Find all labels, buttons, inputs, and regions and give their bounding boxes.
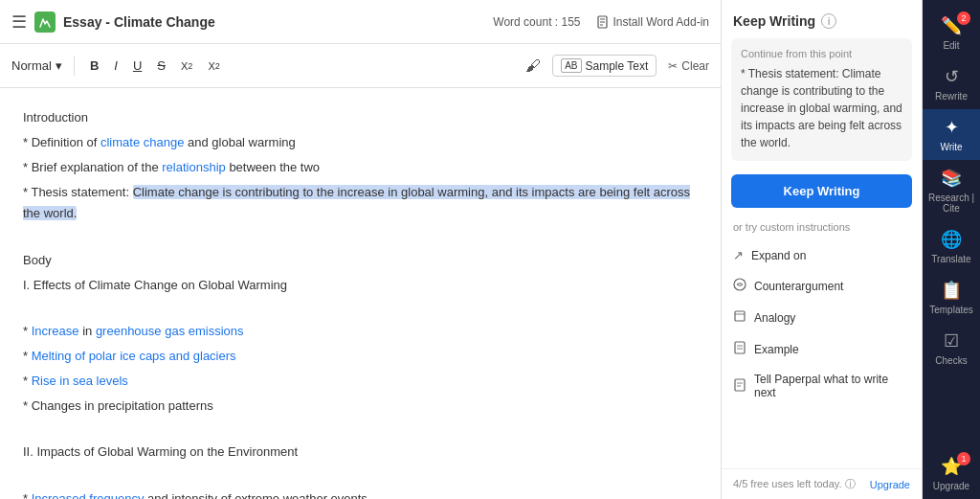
write-label: Write xyxy=(940,142,962,152)
top-bar-right: Word count : 155 Install Word Add-in xyxy=(493,15,709,29)
write-icon: ✦ xyxy=(945,117,959,138)
paint-icon[interactable]: 🖌 xyxy=(525,57,541,75)
nav-item-translate[interactable]: 🌐 Translate xyxy=(923,221,980,272)
link-increase[interactable]: Increase xyxy=(32,324,79,338)
link-greenhouse[interactable]: greenhouse gas emissions xyxy=(96,324,244,338)
templates-icon: 📋 xyxy=(941,280,962,301)
svg-rect-10 xyxy=(735,379,745,391)
body-heading: Body xyxy=(23,250,698,271)
info-icon[interactable]: i xyxy=(821,13,836,29)
panel-title: Keep Writing xyxy=(733,13,815,29)
analogy-label: Analogy xyxy=(754,311,795,325)
rewrite-icon: ↺ xyxy=(945,66,959,87)
superscript-button[interactable]: X2 xyxy=(177,58,196,74)
tell-paperpal-item[interactable]: Tell Paperpal what to write next xyxy=(722,365,922,407)
example-icon xyxy=(733,341,746,357)
bold-button[interactable]: B xyxy=(86,57,102,75)
counterargument-item[interactable]: Counterargument xyxy=(722,270,922,302)
link-increased[interactable]: Increased frequency xyxy=(32,491,145,500)
italic-button[interactable]: I xyxy=(110,57,122,75)
bullet4: * Changes in precipitation patterns xyxy=(23,396,698,417)
rewrite-label: Rewrite xyxy=(935,91,968,102)
upgrade-label: Upgrade xyxy=(933,481,969,491)
templates-label: Templates xyxy=(929,305,973,315)
doc-title: Essay - Climate Change xyxy=(63,14,215,30)
uses-left: 4/5 free uses left today. ⓘ xyxy=(733,477,856,491)
example-item[interactable]: Example xyxy=(722,333,922,365)
continue-box: Continue from this point * Thesis statem… xyxy=(731,38,912,161)
translate-label: Translate xyxy=(931,254,970,264)
sample-text-button[interactable]: AB Sample Text xyxy=(552,55,657,77)
clear-button[interactable]: ✂ Clear xyxy=(668,59,709,73)
intro-heading: Introduction xyxy=(23,107,698,128)
svg-point-4 xyxy=(734,279,746,290)
research-icon: 📚 xyxy=(941,168,962,189)
continue-label: Continue from this point xyxy=(741,48,902,59)
bullet5: * Increased frequency and intensity of e… xyxy=(23,488,698,500)
example-label: Example xyxy=(754,343,799,356)
line1: * Definition of climate change and globa… xyxy=(23,132,698,153)
keep-writing-button[interactable]: Keep Writing xyxy=(731,174,912,208)
style-select[interactable]: Normal ▾ xyxy=(11,58,62,73)
link-climate[interactable]: climate change xyxy=(100,135,184,149)
analogy-icon xyxy=(733,309,746,326)
panel-header: Keep Writing i xyxy=(722,0,922,38)
section2: II. Impacts of Global Warming on the Env… xyxy=(23,442,698,463)
analogy-item[interactable]: Analogy xyxy=(722,302,922,333)
link-rise[interactable]: Rise in sea levels xyxy=(32,374,128,388)
line2: * Brief explanation of the relationship … xyxy=(23,157,698,178)
right-nav: 2 ✏️ Edit ↺ Rewrite ✦ Write 📚 Research |… xyxy=(923,0,980,499)
counterargument-label: Counterargument xyxy=(754,280,843,293)
link-relationship[interactable]: relationship xyxy=(162,160,226,174)
tell-paperpal-icon xyxy=(733,378,746,395)
keep-writing-panel: Keep Writing i Continue from this point … xyxy=(722,0,923,499)
scissors-icon: ✂ xyxy=(668,59,678,73)
custom-instructions-label: or try custom instructions xyxy=(722,217,922,240)
upgrade-badge: 1 xyxy=(957,452,970,465)
underline-button[interactable]: U xyxy=(129,57,145,75)
nav-item-edit[interactable]: 2 ✏️ Edit xyxy=(923,8,980,58)
nav-item-templates[interactable]: 📋 Templates xyxy=(923,272,980,323)
upgrade-link[interactable]: Upgrade xyxy=(870,479,910,490)
svg-rect-7 xyxy=(735,342,745,353)
logo xyxy=(34,11,56,33)
expand-on-label: Expand on xyxy=(751,249,806,262)
chevron-down-icon: ▾ xyxy=(56,58,62,73)
edit-badge: 2 xyxy=(957,11,970,25)
bullet2: * Melting of polar ice caps and glaciers xyxy=(23,346,698,367)
menu-icon[interactable]: ☰ xyxy=(11,11,27,33)
research-label: Research | Cite xyxy=(926,193,976,214)
link-melting[interactable]: Melting of polar ice caps and glaciers xyxy=(32,349,236,363)
nav-item-research[interactable]: 📚 Research | Cite xyxy=(923,160,980,221)
bullet1: * Increase in greenhouse gas emissions xyxy=(23,321,698,342)
checks-icon: ☑ xyxy=(944,330,959,352)
nav-item-rewrite[interactable]: ↺ Rewrite xyxy=(923,58,980,109)
highlighted-text: Climate change is contributing to the in… xyxy=(23,185,690,220)
expand-icon: ↗ xyxy=(733,248,744,262)
formatting-toolbar: Normal ▾ B I U S X2 X2 🖌 AB Sample Text … xyxy=(0,44,721,88)
section1: I. Effects of Climate Change on Global W… xyxy=(23,275,698,296)
editor-content[interactable]: Introduction * Definition of climate cha… xyxy=(0,88,721,499)
svg-rect-5 xyxy=(735,311,745,321)
nav-item-upgrade[interactable]: 1 ⭐ Upgrade xyxy=(923,448,980,499)
expand-on-item[interactable]: ↗ Expand on xyxy=(722,240,922,270)
checks-label: Checks xyxy=(935,355,967,366)
edit-label: Edit xyxy=(943,40,959,51)
strikethrough-button[interactable]: S xyxy=(153,57,169,75)
tell-paperpal-label: Tell Paperpal what to write next xyxy=(754,373,910,399)
divider xyxy=(74,57,75,76)
install-addon[interactable]: Install Word Add-in xyxy=(596,15,710,29)
subscript-button[interactable]: X2 xyxy=(204,58,223,74)
nav-item-checks[interactable]: ☑ Checks xyxy=(923,323,980,374)
top-bar: ☰ Essay - Climate Change Word count : 15… xyxy=(0,0,721,44)
ab-icon: AB xyxy=(561,58,581,73)
bullet3: * Rise in sea levels xyxy=(23,371,698,392)
translate-icon: 🌐 xyxy=(941,229,962,250)
line3: * Thesis statement: Climate change is co… xyxy=(23,182,698,224)
toolbar-right: 🖌 AB Sample Text ✂ Clear xyxy=(525,55,709,77)
counterargument-icon xyxy=(733,278,746,294)
nav-item-write[interactable]: ✦ Write xyxy=(923,109,980,160)
word-count: Word count : 155 xyxy=(493,15,580,29)
install-label: Install Word Add-in xyxy=(613,15,710,29)
panel-footer: 4/5 free uses left today. ⓘ Upgrade xyxy=(722,468,922,499)
